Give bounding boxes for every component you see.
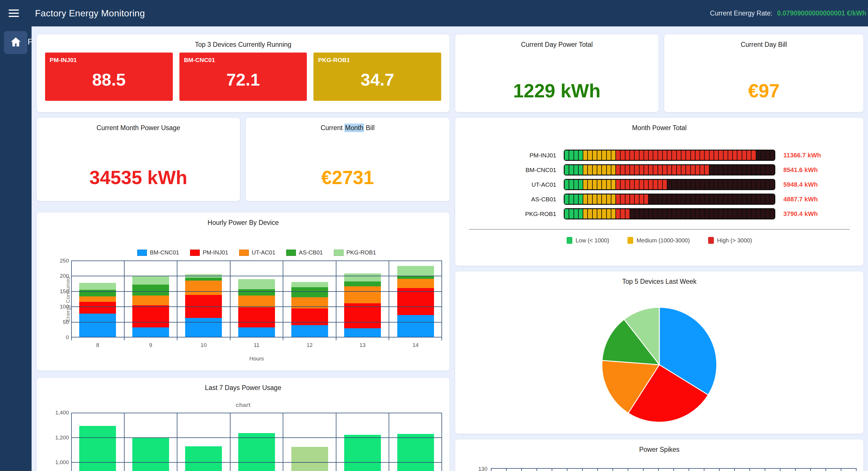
device-label: BM-CNC01 — [469, 167, 564, 174]
bar-segment — [579, 195, 583, 204]
month-power-rows: PM-INJ0111366.7 kWhBM-CNC018541.6 kWhUT-… — [455, 132, 863, 219]
x-tick-label: 13 — [336, 342, 389, 348]
bar-segment — [644, 150, 648, 160]
bar-segment — [728, 150, 732, 160]
legend-swatch — [190, 249, 200, 256]
bar-segment — [728, 180, 732, 189]
card-title: Current Day Bill — [664, 41, 863, 49]
bar-segment — [565, 209, 569, 218]
bar-segment — [756, 150, 761, 160]
legend-label: UT-AC01 — [252, 249, 275, 256]
bar-segment — [597, 150, 601, 160]
bar-segment — [719, 165, 723, 175]
bar-segment — [751, 150, 755, 160]
x-tick-label: 9 — [124, 342, 177, 348]
gridline — [582, 468, 583, 471]
bar-segment — [705, 150, 709, 160]
bar-segment — [695, 195, 700, 204]
y-tick-label: 200 — [37, 273, 69, 279]
gridline — [826, 468, 826, 471]
y-tick-label: 1,200 — [37, 435, 69, 441]
segmented-power-bar — [564, 150, 775, 161]
bar-segment — [747, 165, 751, 175]
bar-segment — [728, 165, 732, 175]
bar-segment — [621, 150, 625, 160]
bar-segment — [583, 180, 587, 189]
legend-item: Medium (1000-3000) — [627, 237, 690, 244]
bar-segment — [714, 195, 718, 204]
bar-segment — [756, 165, 761, 175]
gridline — [613, 468, 613, 471]
home-button[interactable] — [4, 31, 27, 54]
bar-segment — [714, 180, 718, 189]
bar-segment — [742, 165, 746, 175]
sidebar-item-label-clipped: F — [28, 37, 32, 47]
bar — [238, 433, 275, 471]
segmented-power-bar — [564, 179, 775, 190]
gridline — [856, 468, 857, 471]
bar-segment — [634, 209, 639, 218]
device-total-value: 11366.7 kWh — [775, 152, 821, 159]
bar-segment — [733, 209, 737, 218]
bar-segment — [602, 150, 606, 160]
bar-segment — [710, 150, 714, 160]
bar-segment — [751, 195, 755, 204]
stacked-bar-segment — [291, 308, 328, 325]
bar-segment — [663, 195, 667, 204]
bar-segment — [640, 180, 644, 189]
bar-segment — [686, 180, 690, 189]
bar-segment — [672, 165, 676, 175]
legend-item: Low (< 1000) — [567, 237, 609, 244]
stacked-bar-segment — [238, 307, 275, 327]
bar-segment — [705, 195, 709, 204]
bar-segment — [710, 209, 714, 218]
gridline — [628, 468, 628, 471]
bar-segment — [686, 150, 690, 160]
bar-segment — [691, 150, 695, 160]
bar-segment — [616, 165, 620, 175]
bar-segment — [681, 180, 685, 189]
y-tick-label: 100 — [37, 303, 69, 310]
device-power-value: 72.1 — [179, 58, 307, 101]
bar-segment — [681, 165, 685, 175]
bar — [132, 438, 169, 471]
bar-segment — [565, 165, 569, 175]
bar-segment — [714, 150, 718, 160]
stacked-bar-segment — [344, 303, 381, 328]
bar-segment — [565, 195, 569, 204]
dashboard: Factory Energy Monitoring Current Energy… — [0, 0, 868, 471]
gridline — [71, 276, 442, 276]
device-total-value: 5948.4 kWh — [775, 181, 818, 188]
bar-segment — [737, 165, 741, 175]
month-device-row: AS-CB014887.7 kWh — [469, 194, 863, 205]
hamburger-menu-icon[interactable] — [9, 7, 19, 19]
bar-segment — [766, 180, 770, 189]
device-total-value: 3790.4 kWh — [775, 210, 818, 218]
bar-segment — [686, 209, 690, 218]
stacked-bar-segment — [132, 276, 169, 285]
legend-item: BM-CNC01 — [137, 249, 179, 256]
device-label: PKG-ROB1 — [469, 210, 564, 217]
bar-segment — [700, 150, 704, 160]
bar-segment — [695, 150, 700, 160]
legend-label: PKG-ROB1 — [346, 249, 376, 256]
stacked-bar-segment — [291, 325, 328, 337]
gridline — [567, 468, 567, 471]
axis-tick — [441, 337, 442, 340]
bar-segment — [710, 180, 714, 189]
legend-item: PM-INJ01 — [190, 249, 228, 256]
bar-segment — [602, 180, 606, 189]
bar-segment — [588, 150, 592, 160]
bar-segment — [588, 180, 592, 189]
bar-segment — [630, 209, 634, 218]
stacked-bar-segment — [79, 296, 116, 302]
bar-segment — [630, 165, 634, 175]
bar-segment — [597, 195, 601, 204]
bar-segment — [649, 209, 653, 218]
bar-segment — [714, 165, 718, 175]
bar-segment — [593, 165, 597, 175]
bar-segment — [668, 180, 671, 189]
bar-segment — [569, 150, 573, 160]
bar-segment — [700, 209, 704, 218]
bar-segment — [691, 195, 695, 204]
